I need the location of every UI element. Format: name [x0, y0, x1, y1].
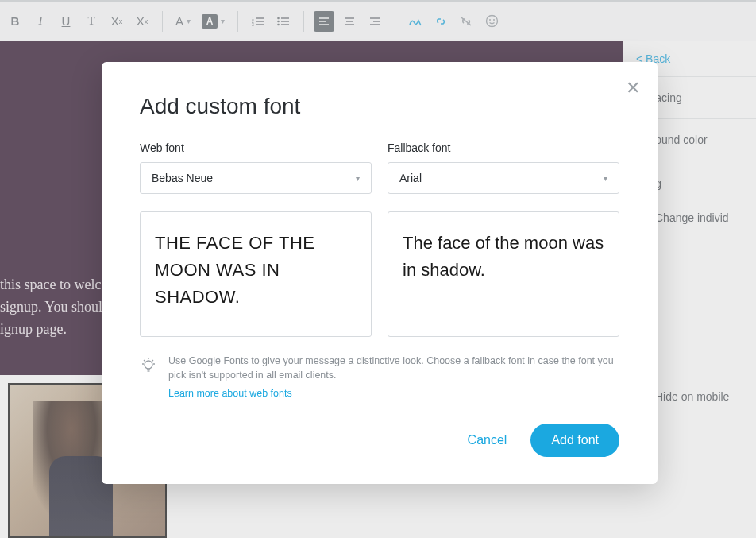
modal-title: Add custom font [140, 94, 619, 119]
web-font-select[interactable]: Bebas Neue ▾ [140, 162, 372, 194]
add-font-button[interactable]: Add font [530, 424, 619, 457]
bold-button[interactable]: B [5, 11, 25, 32]
chevron-down-icon: ▾ [604, 174, 608, 183]
svg-line-31 [144, 360, 145, 362]
cancel-button[interactable]: Cancel [452, 425, 523, 455]
add-font-modal: ✕ Add custom font Web font Bebas Neue ▾ … [102, 62, 658, 484]
text-toolbar: B I U T Xx Xx A▾ A▾ 123 [0, 0, 756, 41]
superscript-button[interactable]: Xx [132, 11, 152, 32]
fallback-font-preview: The face of the moon was in shadow. [388, 211, 619, 337]
chevron-down-icon: ▾ [356, 174, 360, 183]
highlight-dropdown[interactable]: A▾ [199, 14, 228, 29]
unordered-list-button[interactable] [273, 11, 294, 32]
ordered-list-button[interactable]: 123 [248, 11, 268, 32]
italic-button[interactable]: I [30, 11, 51, 32]
svg-point-25 [145, 361, 152, 369]
web-font-preview: The face of the moon was in shadow. [140, 211, 372, 337]
svg-point-23 [489, 19, 491, 21]
svg-point-10 [277, 20, 280, 22]
underline-button[interactable]: U [56, 11, 76, 32]
fallback-font-label: Fallback font [388, 141, 619, 154]
svg-point-24 [493, 19, 495, 21]
subscript-button[interactable]: Xx [106, 11, 127, 32]
svg-point-11 [277, 23, 280, 25]
align-center-button[interactable] [339, 11, 360, 32]
svg-line-32 [152, 360, 154, 362]
unlink-icon[interactable] [456, 11, 476, 32]
svg-point-9 [277, 17, 280, 19]
tip-text: Use Google Fonts to give your message a … [168, 354, 619, 401]
signature-icon[interactable] [405, 11, 426, 32]
close-icon[interactable]: ✕ [626, 79, 640, 97]
align-right-button[interactable] [364, 11, 385, 32]
align-left-button[interactable] [314, 11, 334, 32]
font-color-dropdown[interactable]: A▾ [172, 14, 194, 28]
lightbulb-icon [140, 356, 157, 375]
emoji-icon[interactable] [481, 11, 502, 32]
fallback-font-select[interactable]: Arial ▾ [388, 162, 619, 194]
web-font-label: Web font [140, 141, 372, 154]
strikethrough-button[interactable]: T [81, 11, 102, 32]
svg-text:3: 3 [252, 22, 254, 27]
link-icon[interactable] [430, 11, 451, 32]
svg-point-22 [486, 16, 497, 27]
learn-more-link[interactable]: Learn more about web fonts [168, 387, 619, 401]
